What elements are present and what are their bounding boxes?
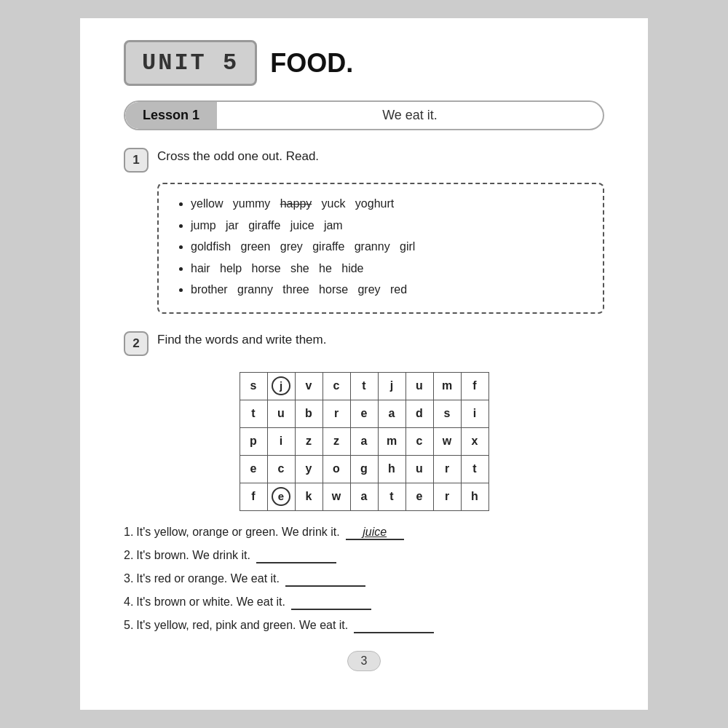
sentence-row-4: 4. It's brown or white. We eat it. (124, 596, 604, 610)
page-number: 3 (347, 651, 381, 671)
grid-cell: k (295, 483, 323, 510)
page: UNIT 5 FOOD. Lesson 1 We eat it. 1 Cross… (80, 18, 648, 710)
grid-cell: c (323, 372, 350, 400)
grid-cell: a (350, 483, 378, 510)
grid-cell: t (378, 483, 405, 510)
grid-cell: f (240, 483, 267, 510)
grid-cell: t (240, 400, 267, 427)
grid-cell: o (323, 455, 350, 483)
sentence-row-5: 5. It's yellow, red, pink and green. We … (124, 619, 604, 633)
grid-row: s j v c t j u m f (240, 372, 488, 400)
grid-cell: u (267, 400, 295, 427)
lesson-label: Lesson 1 (125, 102, 217, 129)
grid-cell: j (267, 372, 295, 400)
sentence-text: It's brown. We drink it. (136, 549, 250, 562)
sentence-num: 4. (124, 596, 133, 609)
grid-cell: u (405, 455, 433, 483)
grid-cell: a (378, 400, 405, 427)
grid-cell: h (378, 455, 405, 483)
unit-badge: UNIT 5 (124, 40, 257, 86)
grid-cell: y (295, 455, 323, 483)
sentence-row-1: 1. It's yellow, orange or green. We drin… (124, 526, 604, 540)
circled-letter: e (272, 487, 290, 506)
grid-cell: t (350, 372, 378, 400)
grid-cell: z (295, 427, 323, 455)
grid-cell: u (405, 372, 433, 400)
answer-line[interactable] (285, 572, 365, 587)
sentence-text: It's brown or white. We eat it. (136, 596, 285, 609)
grid-row: t u b r e a d s i (240, 400, 488, 427)
grid-cell: r (323, 400, 350, 427)
sentence-num: 5. (124, 619, 133, 632)
word-list: yellow yummy happy yuck yoghurt jump jar… (176, 194, 585, 299)
exercise-1-instruction: Cross the odd one out. Read. (157, 146, 319, 164)
grid-cell: t (461, 455, 488, 483)
strikethrough-word: happy (280, 197, 312, 210)
sentence-row-3: 3. It's red or orange. We eat it. (124, 572, 604, 587)
grid-cell: e (240, 455, 267, 483)
grid-container: s j v c t j u m f t u b r e a d s i (124, 366, 604, 511)
grid-cell: x (461, 427, 488, 455)
word-list-item: goldfish green grey giraffe granny girl (191, 237, 585, 256)
sentence-num: 3. (124, 572, 133, 585)
exercise-2-row: 2 Find the words and write them. (124, 330, 604, 356)
exercise-2-number: 2 (124, 331, 149, 356)
grid-cell: s (433, 400, 461, 427)
exercise-1-row: 1 Cross the odd one out. Read. (124, 146, 604, 173)
sentence-text: It's yellow, red, pink and green. We eat… (136, 619, 348, 632)
grid-cell: h (461, 483, 488, 510)
grid-cell: m (378, 427, 405, 455)
lesson-bar: Lesson 1 We eat it. (124, 100, 604, 130)
sentences-section: 1. It's yellow, orange or green. We drin… (124, 526, 604, 633)
sentence-text: It's red or orange. We eat it. (136, 572, 280, 585)
grid-cell: r (433, 483, 461, 510)
grid-cell: i (461, 400, 488, 427)
grid-row: e c y o g h u r t (240, 455, 488, 483)
header: UNIT 5 FOOD. (124, 40, 604, 86)
answer-line[interactable] (291, 596, 371, 610)
answer-line[interactable] (256, 549, 336, 563)
grid-cell: g (350, 455, 378, 483)
grid-cell: c (405, 427, 433, 455)
grid-cell: w (323, 483, 350, 510)
answer-filled[interactable]: juice (346, 526, 404, 540)
grid-cell: e (405, 483, 433, 510)
grid-cell: a (350, 427, 378, 455)
word-search-grid: s j v c t j u m f t u b r e a d s i (240, 372, 489, 511)
word-list-item: hair help horse she he hide (191, 259, 585, 278)
sentence-row-2: 2. It's brown. We drink it. (124, 549, 604, 563)
lesson-title: We eat it. (217, 102, 603, 129)
food-title: FOOD. (270, 48, 353, 79)
grid-cell: e (350, 400, 378, 427)
word-list-item: yellow yummy happy yuck yoghurt (191, 194, 585, 213)
grid-cell: e (267, 483, 295, 510)
sentence-text: It's yellow, orange or green. We drink i… (136, 526, 339, 539)
word-list-item: jump jar giraffe juice jam (191, 216, 585, 235)
sentence-num: 1. (124, 526, 133, 539)
word-list-item: brother granny three horse grey red (191, 280, 585, 299)
answer-line[interactable] (354, 619, 434, 633)
grid-cell: f (461, 372, 488, 400)
grid-row: p i z z a m c w x (240, 427, 488, 455)
grid-cell: i (267, 427, 295, 455)
circled-letter: j (272, 376, 290, 395)
grid-cell: p (240, 427, 267, 455)
sentence-num: 2. (124, 549, 133, 562)
grid-cell: d (405, 400, 433, 427)
page-number-container: 3 (124, 651, 604, 671)
grid-cell: s (240, 372, 267, 400)
grid-cell: b (295, 400, 323, 427)
grid-cell: w (433, 427, 461, 455)
grid-cell: c (267, 455, 295, 483)
word-box: yellow yummy happy yuck yoghurt jump jar… (157, 183, 604, 314)
grid-cell: r (433, 455, 461, 483)
exercise-1-number: 1 (124, 148, 149, 173)
grid-cell: j (378, 372, 405, 400)
exercise-2-instruction: Find the words and write them. (157, 330, 326, 347)
grid-cell: v (295, 372, 323, 400)
grid-row: f e k w a t e r h (240, 483, 488, 510)
grid-cell: z (323, 427, 350, 455)
grid-cell: m (433, 372, 461, 400)
